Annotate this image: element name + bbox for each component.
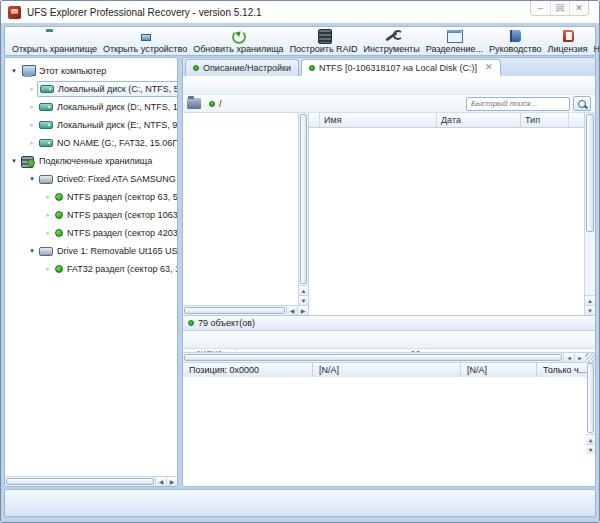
storage-tree-item[interactable]: ▾Drive0: Fixed ATA SAMSUNG HD321KJ [5,170,177,188]
scroll-left-icon[interactable]: ◀ [286,306,297,315]
toolbar-button-label: Настройки [594,44,600,54]
build-raid-icon [314,28,334,43]
scroll-left-icon[interactable]: ◀ [155,477,166,486]
expander-icon[interactable]: ▸ [43,211,53,219]
expander-open-icon[interactable]: ▾ [9,157,19,165]
scroll-down-icon[interactable]: ▼ [299,295,308,305]
search-icon[interactable] [573,96,591,111]
storage-tree-item[interactable]: ▸NTFS раздел (сектор 106318233, 149. [5,206,177,224]
scroll-right-icon[interactable]: ▶ [297,306,308,315]
bottom-status-strip [4,489,596,517]
storage-tree-item[interactable]: ▸Локальный диск (C:, NTFS, 50.69ГБ) [5,80,177,98]
storage-tree-item[interactable]: ▾Подключенные хранилища [5,152,177,170]
scroll-up-icon[interactable]: ▲ [586,434,595,444]
minimize-button[interactable]: – [531,1,550,15]
storage-tree-item[interactable]: ▸Локальный диск (D:, NTFS, 149.73ГБ) [5,98,177,116]
folder-tree-vscrollbar[interactable]: ▲ ▼ [298,113,308,305]
toolbar-button-partition[interactable]: Разделение... [423,27,486,55]
storage-tree-item[interactable]: ▸NTFS раздел (сектор 420340788, 97.6 [5,224,177,242]
toolbar-button-license[interactable]: Лицензия [545,27,591,55]
column-header-date[interactable]: Дата [437,113,521,127]
toolbar-button-build-raid[interactable]: Построить RAID [287,27,361,55]
volume-icon [39,139,53,147]
open-device-icon [135,28,155,43]
column-header-lead[interactable] [309,113,320,127]
expander-icon[interactable]: ▸ [27,103,37,111]
tab-label: Описание/Настройки [203,63,291,73]
title-bar[interactable]: UFS Explorer Professional Recovery - ver… [1,1,599,23]
scroll-up-icon[interactable]: ▲ [585,295,595,305]
toolbar-button-manual[interactable]: Руководство [486,27,545,55]
file-list-header: Имя Дата Тип [309,113,595,128]
expander-icon[interactable]: ▸ [43,229,53,237]
toolbar-button-open-device[interactable]: Открыть устройство [100,27,190,55]
tab-2[interactable]: NTFS [0-106318107 на Local Disk (C:)]✕ [301,59,501,76]
storage-tree-item[interactable]: ▸FAT32 раздел (сектор 63, 15.06ГБ) [5,260,177,278]
expander-icon[interactable]: ▸ [43,265,53,273]
storage-tree-item[interactable]: ▾Drive 1: Removable Ut165 USB USB2Flash [5,242,177,260]
storage-tree-label: NO NAME (G:, FAT32, 15.06ГБ) [57,138,177,148]
toolbar-button-label: Построить RAID [290,44,358,54]
toolbar-button-settings[interactable]: Настройки [591,27,600,55]
close-button[interactable]: ✕ [569,1,588,15]
explorer-panel: Описание/НастройкиNTFS [0-106318107 на L… [182,57,596,487]
hex-toolbar [183,331,595,349]
scrollbar-thumb[interactable] [184,307,285,314]
expander-icon[interactable]: ▸ [27,85,37,93]
storage-tree-hscrollbar[interactable]: ◀ ▶ [5,476,177,486]
tab-close-icon[interactable]: ✕ [485,63,493,72]
scrollbar-thumb[interactable] [300,114,307,284]
storage-tree-item[interactable]: ▸Локальный диск (E:, NTFS, 97.65ГБ) [5,116,177,134]
window-controls: – 回 ✕ [530,1,589,16]
resize-grip[interactable] [585,353,595,362]
storage-tree: ▾Этот компьютер▸Локальный диск (C:, NTFS… [5,58,177,278]
expander-icon[interactable]: ▸ [27,121,37,129]
scroll-down-icon[interactable]: ▼ [585,305,595,315]
toolbar-button-open-storage[interactable]: Открыть хранилище [9,27,100,55]
app-icon [8,6,21,19]
toolbar-button-refresh-storages[interactable]: Обновить хранилища [190,27,286,55]
address-bar: / [183,95,595,113]
storage-tree-item[interactable]: ▸NO NAME (G:, FAT32, 15.06ГБ) [5,134,177,152]
folder-tree-hscrollbar[interactable]: ◀ ▶ [183,305,308,315]
hex-status-bar: Позиция: 0x0000 [N/A] [N/A] Только ч... [183,362,595,377]
column-header-name[interactable]: Имя [320,113,437,127]
refresh-storages-icon [228,28,248,43]
computer-icon [21,65,35,77]
scrollbar-thumb[interactable] [587,363,594,433]
scroll-right-icon[interactable]: ▶ [166,477,177,486]
volume-icon [39,103,53,111]
expander-icon[interactable]: ▸ [27,139,37,147]
file-list-vscrollbar[interactable]: ▲ ▼ [584,113,595,315]
expander-open-icon[interactable]: ▾ [27,175,37,183]
storage-tree-label: FAT32 раздел (сектор 63, 15.06ГБ) [67,264,177,274]
toolbar-button-tools[interactable]: Инструменты [361,27,423,55]
hex-hscrollbar[interactable]: ◀ ▶ [183,352,595,362]
expander-icon[interactable]: ▸ [43,193,53,201]
maximize-button[interactable]: 回 [550,1,569,15]
storage-tree-item[interactable]: ▸NTFS раздел (сектор 63, 50.69ГБ) [5,188,177,206]
storages-icon [21,155,35,167]
file-list-panel: Имя Дата Тип ▲ ▼ [309,113,595,315]
scroll-up-icon[interactable]: ▲ [299,285,308,295]
scroll-right-icon[interactable]: ▶ [574,353,585,362]
scrollbar-thumb[interactable] [6,478,154,485]
disk-icon [39,247,53,256]
storage-tree-item[interactable]: ▾Этот компьютер [5,62,177,80]
storage-tree-label: Локальный диск (E:, NTFS, 97.65ГБ) [57,120,177,130]
search-input[interactable] [466,97,570,111]
scroll-left-icon[interactable]: ◀ [563,353,574,362]
scrollbar-thumb[interactable] [184,354,562,361]
status-dot-icon [188,320,194,326]
column-header-type[interactable]: Тип [521,113,569,127]
scrollbar-thumb[interactable] [586,114,594,232]
expander-open-icon[interactable]: ▾ [27,247,37,255]
hex-selection-value-2: [N/A] [461,363,537,377]
toolbar-button-label: Руководство [489,44,542,54]
scroll-down-icon[interactable]: ▼ [586,444,595,454]
objects-status-bar: 79 объект(ов) [183,316,595,331]
tab-1[interactable]: Описание/Настройки [185,59,299,76]
expander-open-icon[interactable]: ▾ [9,67,19,75]
main-area: ▾Этот компьютер▸Локальный диск (C:, NTFS… [4,57,596,487]
toolbar-button-label: Инструменты [364,44,420,54]
